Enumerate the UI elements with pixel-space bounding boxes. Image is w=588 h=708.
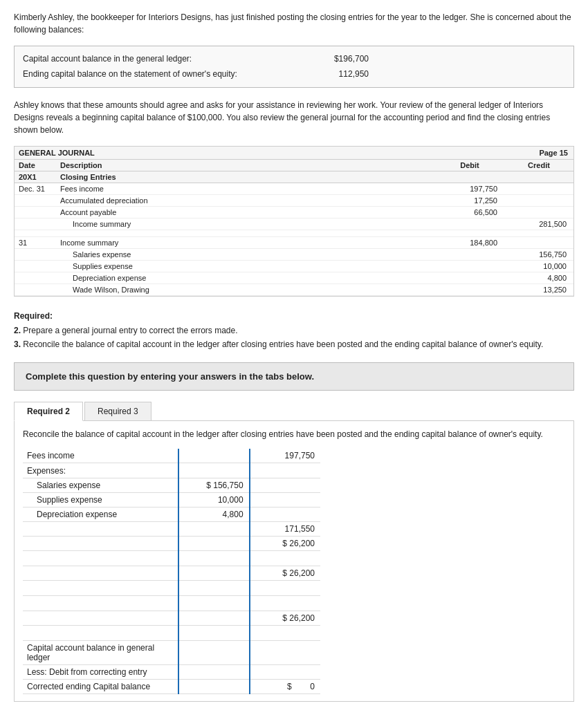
entry-desc-5: Income summary [56,237,435,248]
entry-credit-2 [504,195,573,206]
row-label-net3 [23,611,178,626]
table-row: Fees income 197,750 [23,449,320,463]
journal-entry-9: Wade Wilson, Drawing 13,250 [15,284,573,296]
entry-credit-7: 10,000 [504,261,573,272]
journal-entry-3: Account payable 66,500 [15,207,573,218]
complete-box: Complete this question by entering your … [14,362,574,391]
row-label-supplies: Supplies expense [23,493,178,507]
journal-entry-4: Income summary 281,500 [15,218,573,230]
row-right-supplies [250,493,320,507]
table-row [23,626,320,641]
col-credit: Credit [504,160,573,171]
row-label-depreciation: Depreciation expense [23,507,178,522]
tab-required2[interactable]: Required 2 [14,402,83,421]
entry-debit-3: 66,500 [435,207,504,218]
entry-debit-5: 184,800 [435,237,504,248]
balance-row-2: Ending capital balance on the statement … [23,67,369,82]
row-right-capital [250,641,320,665]
row-label-corrected: Corrected ending Capital balance [23,680,178,694]
balance-value-1: $196,700 [334,52,369,67]
row-label-fees: Fees income [23,449,178,463]
journal-entry-8: Depreciation expense 4,800 [15,272,573,284]
entry-desc-1: Fees income [56,183,435,194]
balance-label-1: Capital account balance in the general l… [23,52,192,67]
row-right-total-exp: 171,550 [250,522,320,537]
entry-desc-2: Accumulated depreciation [56,195,435,206]
entry-credit-1 [504,183,573,194]
entry-debit-4 [435,218,504,230]
balance-table: Capital account balance in the general l… [14,46,574,88]
row-mid-net1 [178,537,249,551]
balance-value-2: 112,950 [339,67,369,82]
row-mid-net3 [178,611,249,626]
journal-year: 20X1 [15,171,56,183]
row-label-net1 [23,537,178,551]
entry-credit-8: 4,800 [504,272,573,283]
tab-description: Reconcile the balance of capital account… [23,428,565,440]
row-right-net2: $ 26,200 [250,566,320,581]
row-label-salaries: Salaries expense [23,478,178,493]
table-row [23,551,320,566]
balance-label-2: Ending capital balance on the statement … [23,67,237,82]
journal-col-headers: Date Description Debit Credit [15,160,573,171]
complete-text: Complete this question by entering your … [26,371,314,382]
row-mid-less [178,665,249,680]
balance-row-1: Capital account balance in the general l… [23,52,369,67]
table-row: Expenses: [23,463,320,478]
table-row: 171,550 [23,522,320,537]
row-mid-expenses [178,463,249,478]
entry-debit-1: 197,750 [435,183,504,194]
intro-paragraph1: Kimberly Ashley, the bookkeeper for Inte… [14,11,574,36]
journal-entry-1: Dec. 31 Fees income 197,750 [15,183,573,195]
journal-entry-6: Salaries expense 156,750 [15,249,573,261]
table-row: $ 26,200 [23,611,320,626]
col-date: Date [15,160,56,171]
entry-credit-3 [504,207,573,218]
required-item-2: 2. Prepare a general journal entry to co… [14,324,574,337]
entry-credit-4: 281,500 [504,218,573,230]
journal-subheader: 20X1 Closing Entries [15,171,573,183]
tab-content-box: Reconcile the balance of capital account… [14,421,574,702]
required-section: Required: 2. Prepare a general journal e… [14,309,574,351]
entry-credit-5 [504,237,573,248]
entry-desc-4: Income summary [56,218,435,230]
entry-date-5: 31 [15,237,56,248]
row-right-net1: $ 26,200 [250,537,320,551]
col-desc: Description [56,160,435,171]
entry-desc-8: Depreciation expense [56,272,435,283]
row-mid-corrected [178,680,249,694]
intro-paragraph2: Ashley knows that these amounts should a… [14,99,574,136]
required-header: Required: [14,309,574,323]
row-label-capital: Capital account balance in general ledge… [23,641,178,665]
journal-spacer [15,230,573,237]
row-right-corrected: $ 0 [250,680,320,694]
entry-desc-7: Supplies expense [56,261,435,272]
journal-entry-5: 31 Income summary 184,800 [15,237,573,249]
row-right-salaries [250,478,320,493]
row-label-expenses: Expenses: [23,463,178,478]
table-row: Supplies expense 10,000 [23,493,320,507]
required-item-3: 3. Reconcile the balance of capital acco… [14,337,574,351]
journal-page: Page 15 [294,147,573,159]
entry-debit-2: 17,250 [435,195,504,206]
table-row: Salaries expense $ 156,750 [23,478,320,493]
table-row: $ 26,200 [23,537,320,551]
table-row [23,596,320,611]
entry-desc-6: Salaries expense [56,249,435,260]
journal-entry-2: Accumulated depreciation 17,250 [15,195,573,207]
row-mid-fees [178,449,249,463]
entry-date-4 [15,218,56,230]
entry-date-1: Dec. 31 [15,183,56,194]
table-row: Less: Debit from correcting entry [23,665,320,680]
row-right-expenses [250,463,320,478]
row-mid-capital [178,641,249,665]
row-right-net3: $ 26,200 [250,611,320,626]
row-right-fees: 197,750 [250,449,320,463]
tab-required3[interactable]: Required 3 [84,402,151,420]
entry-desc-9: Wade Wilson, Drawing [56,284,435,295]
table-row [23,581,320,596]
row-mid-salaries: $ 156,750 [178,478,249,493]
row-right-depreciation [250,507,320,522]
tabs-container: Required 2 Required 3 [14,402,574,421]
general-journal: GENERAL JOURNAL Page 15 Date Description… [14,146,574,297]
